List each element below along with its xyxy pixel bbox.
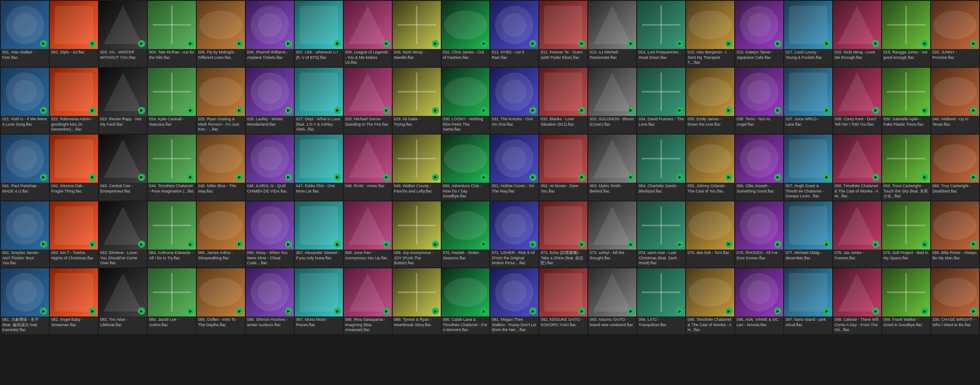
track-item-052[interactable]: ▶ 052. rei brown - Dare You.flac [539, 135, 587, 201]
track-item-066[interactable]: ▶ 066. Nissy - When You Were Mine - Chea… [246, 201, 294, 267]
track-item-048[interactable]: ▶ 048. RANI - Amen.flac [344, 135, 392, 201]
track-item-008[interactable]: ▶ 008. League of Legends - You & Me Make… [344, 1, 392, 67]
play-icon-067[interactable]: ▶ [334, 241, 341, 248]
play-icon-048[interactable]: ▶ [383, 174, 390, 181]
track-item-096[interactable]: ▶ 096. Alok, VINNE & MC Lan - Novela.fla… [735, 268, 783, 334]
track-item-044[interactable]: ▶ 044. Timothée Chalamet - Pure Imaginat… [148, 135, 196, 201]
play-icon-024[interactable]: ▶ [187, 107, 194, 114]
play-icon-080[interactable]: ▶ [970, 241, 977, 248]
play-icon-047[interactable]: ▶ [334, 174, 341, 181]
play-icon-039[interactable]: ▶ [921, 107, 928, 114]
track-item-025[interactable]: ▶ 025. Ryan Gosling & Mark Ronson - I'm … [197, 68, 245, 134]
play-icon-023[interactable]: ▶ [138, 107, 145, 114]
play-icon-081[interactable]: ▶ [40, 307, 47, 315]
track-item-058[interactable]: ▶ 058. Timothée Chalamet & The Cast of W… [833, 135, 881, 201]
track-item-020[interactable]: ▶ 020. JUNNY - Promise.flac [931, 1, 979, 67]
play-icon-021[interactable]: ▶ [40, 107, 47, 114]
track-item-084[interactable]: ▶ 084. Jacob Lee - Author.flac [148, 268, 196, 334]
play-icon-026[interactable]: ▶ [285, 107, 292, 114]
play-icon-046[interactable]: ▶ [285, 174, 292, 181]
track-item-055[interactable]: ▶ 055. Johnny Orlando - The Cast of You.… [686, 135, 734, 201]
track-item-100[interactable]: ▶ 100. CHASE WRIGHT - Who I Want to Be.f… [931, 268, 979, 334]
play-icon-009[interactable]: ▶ [432, 40, 439, 47]
play-icon-043[interactable]: ▶ [138, 174, 145, 181]
play-icon-100[interactable]: ▶ [970, 307, 977, 315]
play-icon-066[interactable]: ▶ [285, 241, 292, 248]
track-item-070[interactable]: ▶ 070. Hazlett - Stolen Seasons.flac [442, 201, 490, 267]
play-icon-083[interactable]: ▶ [138, 307, 145, 315]
track-item-016[interactable]: ▶ 016. Katelyn Tarver - Japanese Cafe.fl… [735, 1, 783, 67]
track-item-035[interactable]: ▶ 035. Emily James - Down the Line.flac [686, 68, 734, 134]
play-icon-059[interactable]: ▶ [921, 174, 928, 181]
track-item-067[interactable]: ▶ 067. Alexander Stewart - if you only k… [295, 201, 343, 267]
play-icon-058[interactable]: ▶ [872, 174, 879, 181]
track-item-075[interactable]: ▶ 075. dee holt - Torn.flac [686, 201, 734, 267]
track-item-060[interactable]: ▶ 060. Troy Cartwright - Deathbed.flac [931, 135, 979, 201]
play-icon-018[interactable]: ▶ [872, 40, 879, 47]
track-item-059[interactable]: ▶ 059. Trout Cartwright - Touch the Sky … [882, 135, 930, 201]
track-item-033[interactable]: ▶ 033. SOLOMON - Bloom (Cover).flac [588, 68, 636, 134]
track-item-023[interactable]: ▶ 023. Renée Rapp - Not My Fault.flac [99, 68, 147, 134]
track-item-031[interactable]: ▶ 031. The Knocks - One On One.flac [490, 68, 538, 134]
play-icon-029[interactable]: ▶ [432, 107, 439, 114]
play-icon-028[interactable]: ▶ [383, 107, 390, 114]
track-item-076[interactable]: ▶ 076. RHODES - All I've Ever Known.flac [735, 201, 783, 267]
play-icon-099[interactable]: ▶ [921, 307, 928, 315]
track-item-085[interactable]: ▶ 085. Ouflen - Intro To The Depths.flac [197, 268, 245, 334]
play-icon-082[interactable]: ▶ [89, 307, 96, 315]
track-item-032[interactable]: ▶ 032. Blanks - Love Situation (911).fla… [539, 68, 587, 134]
play-icon-049[interactable]: ▶ [432, 174, 439, 181]
track-item-007[interactable]: ▶ 007. UMI - wherever u r (ft. V of BTS)… [295, 1, 343, 67]
track-item-062[interactable]: ▶ 062. Kiri T - Twelve Nights of Christm… [50, 201, 98, 267]
track-item-087[interactable]: ▶ 087. Mono Moon - Pisces.flac [295, 268, 343, 334]
track-item-003[interactable]: ▶ 003. XG - WINTER WITHOUT YOU.flac [99, 1, 147, 67]
play-icon-025[interactable]: ▶ [236, 107, 243, 114]
play-icon-079[interactable]: ▶ [921, 241, 928, 248]
track-item-012[interactable]: ▶ 012. Keenan Te - Scars (with Peder Eli… [539, 1, 587, 67]
play-icon-003[interactable]: ▶ [138, 40, 145, 47]
track-item-086[interactable]: ▶ 086. Shimon Hoshino - winter sunburn.f… [246, 268, 294, 334]
track-item-011[interactable]: ▶ 011. HYBS - Let It Rain.flac [490, 1, 538, 67]
track-item-078[interactable]: ▶ 078. Jax Jones - Forever.flac [833, 201, 881, 267]
play-icon-044[interactable]: ▶ [187, 174, 194, 181]
track-item-047[interactable]: ▶ 047. Eddie Flint - One More Lie.flac [295, 135, 343, 201]
play-icon-063[interactable]: ▶ [138, 241, 145, 248]
track-item-037[interactable]: ▶ 037. Juice WRLD - Lace.flac [784, 68, 832, 134]
play-icon-089[interactable]: ▶ [432, 307, 439, 315]
track-item-028[interactable]: ▶ 028. Michael Gerow - Standing In The F… [344, 68, 392, 134]
track-item-051[interactable]: ▶ 051. Hollow Coves - On The Way.flac [490, 135, 538, 201]
track-item-022[interactable]: ▶ 022. Rahmania Astrini - goodnight kiss… [50, 68, 98, 134]
track-item-001[interactable]: ▶ 001. Alan Walker - Fire!.flac [1, 1, 49, 67]
play-icon-027[interactable]: ▶ [334, 107, 341, 114]
play-icon-006[interactable]: ▶ [285, 40, 292, 47]
track-item-045[interactable]: ▶ 045. Miller Blue - The Way.flac [197, 135, 245, 201]
track-item-092[interactable]: ▶ 092. KEISUKE SAITO - KOKORO YUKI.flac [539, 268, 587, 334]
track-item-074[interactable]: ▶ 074. sami rose - Last Christmas (feat.… [637, 201, 685, 267]
track-item-079[interactable]: ▶ 079. Soft Project - Bed In My Space.fl… [882, 201, 930, 267]
play-icon-040[interactable]: ▶ [970, 107, 977, 114]
track-item-039[interactable]: ▶ 039. Gabrielle Aplin - Fake Plastic Tr… [882, 68, 930, 134]
track-item-024[interactable]: ▶ 024. Kylie Cantrall - Mascara.flac [148, 68, 196, 134]
track-item-056[interactable]: ▶ 056. Ollie Joseph - Something Good.fla… [735, 135, 783, 201]
track-item-098[interactable]: ▶ 098. Celeste - There Will Come A Day -… [833, 268, 881, 334]
play-icon-065[interactable]: ▶ [236, 241, 243, 248]
play-icon-045[interactable]: ▶ [236, 174, 243, 181]
track-item-009[interactable]: ▶ 009. Nicki Minaj - Needle.flac [393, 1, 441, 67]
play-icon-086[interactable]: ▶ [285, 307, 292, 315]
track-item-073[interactable]: ▶ 073. cehryl - kill the thought.flac [588, 201, 636, 267]
track-item-041[interactable]: ▶ 041. Paul Partohap - MADE 4 U.flac [1, 135, 49, 201]
play-icon-002[interactable]: ▶ [89, 40, 96, 47]
track-item-064[interactable]: ▶ 064. Anthonia Edwards - All I Do Is Tr… [148, 201, 196, 267]
track-item-002[interactable]: ▶ 002. Diplo - 42.flac [50, 1, 98, 67]
track-item-054[interactable]: ▶ 054. Charlotte Sands - blindspot.flac [637, 135, 685, 201]
track-item-089[interactable]: ▶ 089. Tyrese & Ryan - Heartbreak Story.… [393, 268, 441, 334]
track-item-077[interactable]: ▶ 077. Michael Aldag - december.flac [784, 201, 832, 267]
track-item-004[interactable]: ▶ 004. Tate McRae - run for the hills.fl… [148, 1, 196, 67]
track-item-061[interactable]: ▶ 061. Greylan James - Ain't Thinkin' Bo… [1, 201, 49, 267]
track-item-090[interactable]: ▶ 090. Calah Lane & Timothée Chalamet - … [442, 268, 490, 334]
play-icon-037[interactable]: ▶ [823, 107, 830, 114]
play-icon-084[interactable]: ▶ [187, 307, 194, 315]
track-item-097[interactable]: ▶ 097. hario Island - pink cloud.flac [784, 268, 832, 334]
track-item-019[interactable]: ▶ 019. Rangga Jones - not good enough.fl… [882, 1, 930, 67]
track-item-072[interactable]: ▶ 072. Echo (回聲樂團) - Take a Shine (feat.… [539, 201, 587, 267]
